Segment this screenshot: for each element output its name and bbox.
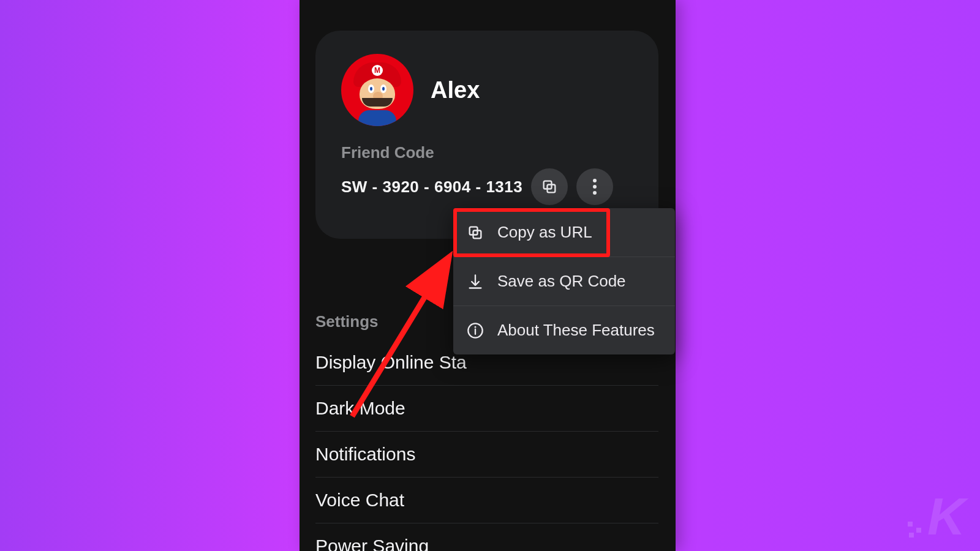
popup-item-about-features[interactable]: About These Features bbox=[453, 305, 675, 354]
settings-item-notifications[interactable]: Notifications bbox=[315, 432, 658, 478]
avatar-cap-letter: M bbox=[372, 65, 383, 76]
settings-header: Settings bbox=[315, 312, 379, 331]
more-vertical-icon bbox=[593, 179, 597, 195]
stage-background: M Alex Friend Code SW - 3920 - 6904 - 13… bbox=[0, 0, 980, 551]
settings-list: Display Online Sta Dark Mode Notificatio… bbox=[315, 340, 658, 551]
avatar[interactable]: M bbox=[341, 54, 413, 126]
info-icon bbox=[467, 322, 484, 339]
copy-icon bbox=[467, 224, 484, 241]
settings-item-voice-chat[interactable]: Voice Chat bbox=[315, 478, 658, 523]
settings-item-dark-mode[interactable]: Dark Mode bbox=[315, 386, 658, 432]
copy-icon bbox=[541, 178, 558, 195]
watermark-letter: K bbox=[927, 495, 963, 538]
friend-code-area: Friend Code SW - 3920 - 6904 - 1313 bbox=[341, 143, 633, 205]
svg-point-9 bbox=[475, 326, 477, 328]
friend-code-value: SW - 3920 - 6904 - 1313 bbox=[341, 178, 522, 197]
svg-point-4 bbox=[593, 191, 597, 195]
username: Alex bbox=[431, 77, 480, 103]
popup-item-label: Save as QR Code bbox=[497, 272, 626, 291]
profile-header: M Alex bbox=[341, 54, 633, 126]
more-button[interactable] bbox=[576, 168, 613, 205]
watermark-dots-icon bbox=[908, 522, 924, 538]
popup-item-label: Copy as URL bbox=[497, 223, 592, 242]
popup-item-label: About These Features bbox=[497, 321, 655, 340]
svg-point-3 bbox=[593, 185, 597, 189]
watermark: K bbox=[908, 495, 963, 538]
copy-button[interactable] bbox=[531, 168, 568, 205]
popup-item-copy-as-url[interactable]: Copy as URL bbox=[453, 208, 675, 257]
download-icon bbox=[467, 273, 484, 290]
svg-point-2 bbox=[593, 179, 597, 182]
overflow-popup: Copy as URL Save as QR Code About These … bbox=[453, 208, 675, 354]
profile-card: M Alex Friend Code SW - 3920 - 6904 - 13… bbox=[315, 31, 658, 239]
popup-item-save-as-qr[interactable]: Save as QR Code bbox=[453, 257, 675, 305]
settings-item-power-saving[interactable]: Power Saving bbox=[315, 523, 658, 551]
friend-code-label: Friend Code bbox=[341, 143, 633, 162]
